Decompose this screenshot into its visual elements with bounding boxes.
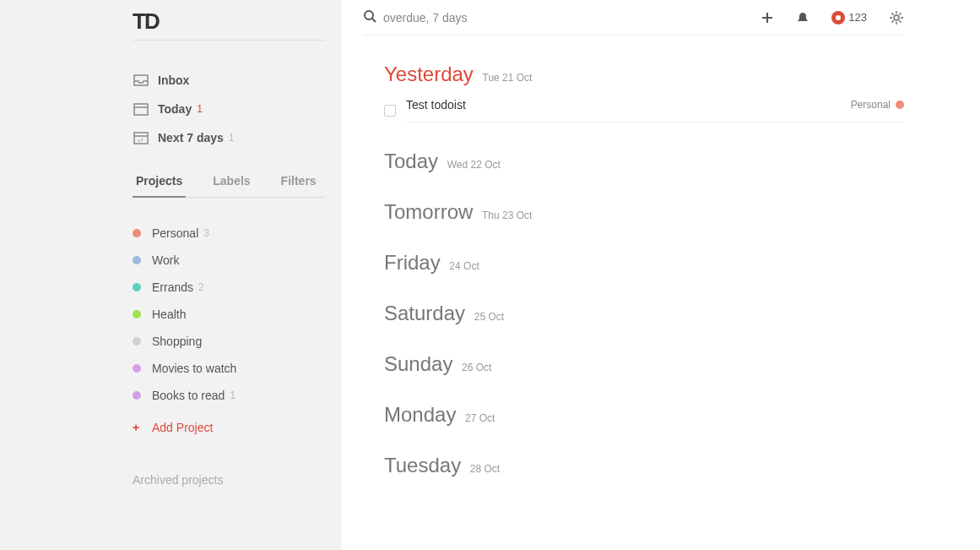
svg-point-9 — [894, 15, 899, 20]
search-input[interactable] — [383, 11, 761, 25]
karma-button[interactable]: 123 — [831, 11, 867, 25]
task-project-name: Personal — [851, 99, 891, 111]
calendar-week-icon: +7 — [133, 130, 149, 145]
day-date: 26 Oct — [462, 362, 491, 373]
project-color-dot — [896, 101, 904, 109]
day-section: Yesterday Tue 21 OctTest todoistPersonal — [384, 63, 904, 123]
settings-icon[interactable] — [889, 10, 904, 25]
svg-point-5 — [365, 11, 373, 19]
day-section: Tuesday 28 Oct — [384, 454, 904, 477]
project-name: Work — [152, 253, 179, 267]
project-name: Books to read — [152, 389, 225, 402]
archived-projects-link[interactable]: Archived projects — [133, 473, 325, 487]
day-title: Friday — [384, 251, 446, 274]
day-date: 27 Oct — [465, 412, 495, 424]
day-section: Saturday 25 Oct — [384, 302, 904, 325]
notifications-icon[interactable] — [796, 11, 809, 25]
task-project-tag[interactable]: Personal — [851, 99, 904, 111]
project-color-dot — [133, 229, 141, 237]
tab-labels[interactable]: Labels — [209, 167, 253, 198]
day-date: Thu 23 Oct — [482, 210, 532, 221]
divider — [133, 40, 325, 41]
day-date: Tue 21 Oct — [483, 72, 533, 84]
project-count: 2 — [198, 281, 204, 293]
sidebar: TD Inbox Today 1 +7 Next 7 days 1 Projec… — [0, 0, 342, 550]
inbox-icon — [133, 73, 149, 88]
project-item[interactable]: Movies to watch — [133, 355, 325, 382]
sidebar-tabs: Projects Labels Filters — [133, 167, 325, 198]
nav-next7-label: Next 7 days — [158, 131, 224, 144]
add-project-button[interactable]: + Add Project — [133, 409, 325, 446]
day-title: Sunday — [384, 352, 458, 375]
nav-today[interactable]: Today 1 — [133, 95, 325, 123]
task-checkbox[interactable] — [384, 105, 396, 117]
day-section: Friday 24 Oct — [384, 251, 904, 275]
day-section: Sunday 26 Oct — [384, 352, 904, 376]
day-date: Wed 22 Oct — [447, 159, 501, 171]
day-title: Saturday — [384, 302, 471, 324]
project-item[interactable]: Personal3 — [133, 220, 325, 247]
day-section: Monday 27 Oct — [384, 403, 904, 427]
task-text: Test todoist — [406, 98, 851, 112]
main-panel: 123 Yesterday Tue 21 OctTest todoistPers… — [342, 0, 980, 550]
project-item[interactable]: Work — [133, 247, 325, 274]
tab-filters[interactable]: Filters — [278, 167, 320, 198]
project-name: Personal — [152, 226, 198, 240]
day-section: Tomorrow Thu 23 Oct — [384, 200, 904, 224]
day-title: Yesterday — [384, 63, 479, 85]
app-logo: TD — [133, 8, 325, 35]
day-date: 24 Oct — [449, 260, 479, 272]
day-title: Monday — [384, 403, 462, 426]
project-name: Movies to watch — [152, 362, 236, 375]
nav-today-count: 1 — [197, 103, 203, 115]
project-color-dot — [133, 391, 141, 400]
karma-icon — [831, 11, 845, 25]
day-date: 25 Oct — [474, 311, 504, 323]
project-name: Health — [152, 308, 186, 321]
task-row[interactable]: Test todoistPersonal — [384, 98, 904, 123]
svg-text:+7: +7 — [138, 138, 144, 143]
tab-projects[interactable]: Projects — [133, 167, 186, 198]
project-color-dot — [133, 283, 141, 291]
days-content: Yesterday Tue 21 OctTest todoistPersonal… — [363, 35, 904, 477]
nav-next7[interactable]: +7 Next 7 days 1 — [133, 123, 325, 152]
project-name: Shopping — [152, 335, 202, 348]
day-title: Today — [384, 150, 444, 172]
plus-icon: + — [133, 421, 141, 434]
add-task-button[interactable] — [761, 11, 774, 25]
project-count: 3 — [203, 227, 209, 239]
project-item[interactable]: Errands2 — [133, 274, 325, 301]
project-item[interactable]: Health — [133, 301, 325, 328]
nav-next7-count: 1 — [229, 132, 235, 144]
karma-count: 123 — [848, 11, 867, 24]
nav-inbox[interactable]: Inbox — [133, 66, 325, 95]
project-count: 1 — [230, 389, 236, 401]
nav-inbox-label: Inbox — [158, 74, 189, 87]
projects-list: Personal3WorkErrands2HealthShoppingMovie… — [133, 220, 325, 409]
svg-line-6 — [372, 19, 376, 22]
svg-rect-0 — [134, 104, 148, 115]
topbar: 123 — [363, 0, 904, 35]
day-section: Today Wed 22 Oct — [384, 150, 904, 173]
calendar-today-icon — [133, 101, 149, 117]
nav-today-label: Today — [158, 102, 192, 116]
project-item[interactable]: Shopping — [133, 328, 325, 355]
project-color-dot — [133, 364, 141, 373]
search-icon[interactable] — [363, 9, 376, 26]
day-date: 28 Oct — [470, 463, 500, 475]
day-title: Tomorrow — [384, 200, 479, 223]
project-color-dot — [133, 337, 141, 346]
project-item[interactable]: Books to read1 — [133, 382, 325, 409]
project-name: Errands — [152, 280, 193, 294]
project-color-dot — [133, 256, 141, 264]
project-color-dot — [133, 310, 141, 319]
day-title: Tuesday — [384, 454, 467, 476]
add-project-label: Add Project — [152, 421, 213, 434]
